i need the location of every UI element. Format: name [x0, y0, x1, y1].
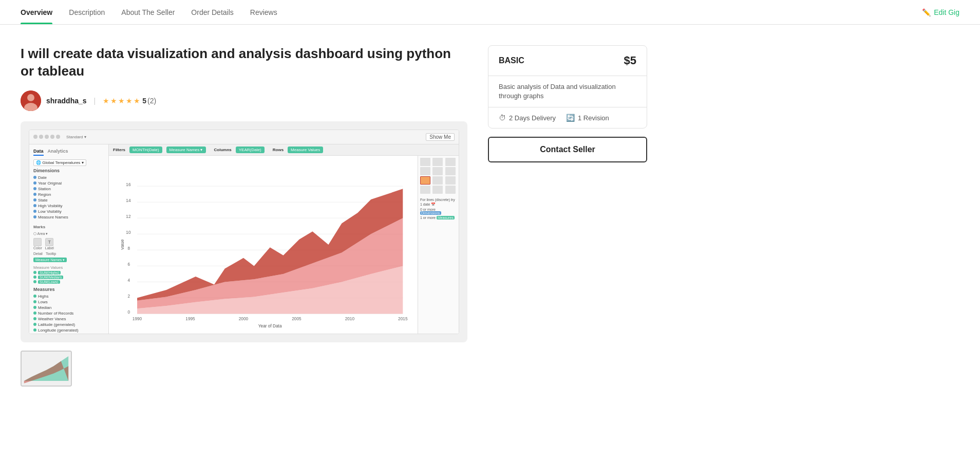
filters-row: Filters MONTH(Date) Measure Names ▾ Colu…	[109, 144, 459, 156]
svg-text:10: 10	[126, 230, 131, 235]
revision-text: 1 Revision	[578, 114, 609, 122]
marks-section: Marks ⬡ Area ▾ Color TLabel Detail Toolt…	[33, 225, 104, 262]
dim-year-original: Year Original	[33, 181, 104, 186]
svg-text:2015: 2015	[398, 316, 408, 321]
toolbar-dot-4	[50, 135, 54, 139]
plan-description: Basic analysis of Data and visualization…	[488, 76, 647, 107]
measures-label: Measures	[33, 287, 104, 292]
delivery-text: 2 Days Delivery	[509, 114, 556, 122]
tab-description[interactable]: Description	[69, 0, 105, 24]
tableau-toolbar: Standard ▾ Show Me	[29, 130, 459, 144]
plan-name: BASIC	[499, 56, 524, 65]
filter-chip-1: MONTH(Date)	[129, 146, 162, 153]
star-5: ★	[134, 97, 140, 105]
thumbnail-inner	[22, 352, 71, 386]
measure-lows: SUM(Lows)	[33, 280, 104, 284]
dim-low-visibility: Low Visibility	[33, 209, 104, 214]
tableau-screenshot: Standard ▾ Show Me Data Analytics	[29, 130, 459, 334]
svg-text:12: 12	[126, 214, 131, 219]
meas-lows: Lows	[33, 300, 104, 304]
review-count: (2)	[147, 97, 156, 105]
svg-text:2005: 2005	[292, 316, 301, 321]
star-3: ★	[118, 97, 125, 105]
nav-tabs: Overview Description About The Seller Or…	[21, 0, 277, 24]
edit-gig-label: Edit Gig	[934, 8, 959, 16]
sidebar-tab-analytics[interactable]: Analytics	[48, 149, 68, 156]
chart-type-grid	[420, 158, 457, 194]
toolbar-dot-1	[33, 135, 37, 139]
gig-title: I will create data visualization and ana…	[21, 45, 467, 80]
area-chart: 0 2 4 6 8 10 12 14 16	[121, 160, 413, 329]
toolbar-dot-3	[45, 135, 49, 139]
filter-chip-year: YEAR(Date)	[236, 146, 265, 153]
svg-text:6: 6	[127, 262, 130, 267]
dim-measure-names: Measure Names	[33, 215, 104, 219]
meas-records: Number of Records	[33, 311, 104, 316]
star-2: ★	[110, 97, 117, 105]
avatar-image	[21, 90, 41, 111]
gig-image-container: Standard ▾ Show Me Data Analytics	[21, 121, 467, 342]
divider: |	[94, 97, 96, 105]
svg-text:16: 16	[126, 182, 131, 187]
measures-hint: 1 or more Measures	[420, 216, 457, 219]
clock-icon: ⏱	[499, 114, 506, 122]
edit-gig-button[interactable]: ✏️ Edit Gig	[922, 8, 959, 16]
tableau-body: Data Analytics 🌐 Global Temperatures ▾ D…	[29, 144, 459, 334]
dimensions-hint: 0 or more Dimensions	[420, 208, 457, 215]
meas-median: Median	[33, 305, 104, 310]
svg-text:2: 2	[127, 294, 130, 299]
measures-section: Measure Values SUM(Highs) SUM(Median) SU…	[33, 265, 104, 334]
svg-text:8: 8	[127, 246, 130, 251]
dim-station: Station	[33, 187, 104, 191]
pricing-card: BASIC $5 Basic analysis of Data and visu…	[488, 45, 647, 129]
svg-text:Year of Data: Year of Data	[258, 324, 282, 328]
plan-meta: ⏱ 2 Days Delivery 🔄 1 Revision	[488, 107, 647, 128]
dimensions-section: Dimensions Date Year Original Station Re…	[33, 168, 104, 219]
svg-text:2000: 2000	[239, 316, 249, 321]
delivery-meta: ⏱ 2 Days Delivery	[499, 114, 556, 122]
dim-high-visibility: High Visibility	[33, 204, 104, 208]
plan-price: $5	[624, 54, 636, 67]
tab-reviews[interactable]: Reviews	[250, 0, 277, 24]
svg-text:1990: 1990	[133, 316, 142, 321]
contact-seller-button[interactable]: Contact Seller	[488, 137, 647, 162]
tableau-main-area: Filters MONTH(Date) Measure Names ▾ Colu…	[109, 144, 459, 334]
star-rating: ★ ★ ★ ★ ★ 5 (2)	[103, 97, 156, 105]
dim-region: Region	[33, 192, 104, 197]
avatar	[21, 90, 41, 111]
tab-order-details[interactable]: Order Details	[191, 0, 233, 24]
measure-median: SUM(Median)	[33, 276, 104, 279]
toolbar-dot-5	[56, 135, 60, 139]
standard-dropdown: Standard ▾	[66, 135, 86, 139]
svg-text:2010: 2010	[345, 316, 355, 321]
pencil-icon: ✏️	[922, 8, 931, 16]
filter-chip-2: Measure Names ▾	[166, 146, 206, 153]
meas-weather-vanes: Weather Vanes	[33, 317, 104, 321]
show-me-button[interactable]: Show Me	[426, 133, 455, 141]
svg-text:4: 4	[127, 278, 130, 283]
svg-point-1	[27, 94, 34, 101]
for-lines-hint: For lines (discrete) try	[420, 198, 457, 201]
star-4: ★	[126, 97, 133, 105]
tab-overview[interactable]: Overview	[21, 0, 52, 24]
sidebar-tab-data[interactable]: Data	[33, 149, 44, 156]
main-content: I will create data visualization and ana…	[0, 25, 719, 407]
meas-latitude: Latitude (generated)	[33, 322, 104, 327]
dim-state: State	[33, 198, 104, 203]
seller-name[interactable]: shraddha_s	[46, 97, 87, 105]
date-hint: 1 date 📅	[420, 203, 457, 207]
top-nav: Overview Description About The Seller Or…	[0, 0, 980, 25]
toolbar-dot-2	[39, 135, 43, 139]
svg-text:1995: 1995	[185, 316, 195, 321]
global-dropdown: 🌐 Global Temperatures ▾	[33, 160, 104, 165]
svg-text:Value: Value	[121, 239, 125, 250]
filter-chip-measure-values: Measure Values	[288, 146, 323, 153]
rating-number: 5	[142, 97, 146, 105]
thumbnail-1[interactable]	[21, 351, 72, 387]
refresh-icon: 🔄	[566, 114, 575, 122]
measure-highs: SUM(Highs)	[33, 271, 104, 274]
chart-area: 0 2 4 6 8 10 12 14 16	[109, 156, 418, 334]
tableau-sidebar: Data Analytics 🌐 Global Temperatures ▾ D…	[29, 144, 109, 334]
tab-about-seller[interactable]: About The Seller	[121, 0, 175, 24]
sidebar-tabs: Data Analytics	[33, 149, 104, 156]
